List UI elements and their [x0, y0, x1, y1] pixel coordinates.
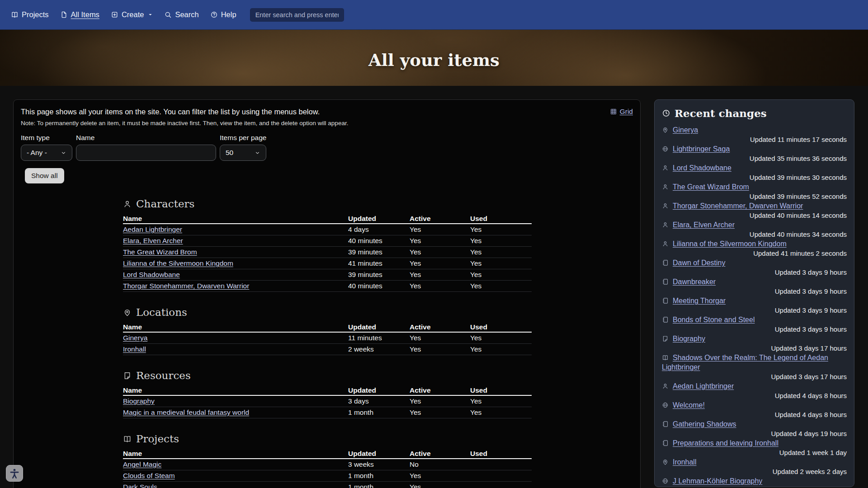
items-per-page-select[interactable]: 50 — [220, 145, 266, 161]
used-cell: Yes — [470, 408, 532, 417]
items-table: NameUpdatedActiveUsedGinerya11 minutesYe… — [123, 323, 532, 355]
nav-item-create[interactable]: Create — [111, 10, 153, 19]
recent-change-name: Shadows Over the Realm: The Legend of Ae… — [662, 353, 847, 372]
item-link[interactable]: Ironhall — [123, 345, 146, 353]
recent-change-updated: Updated 3 days 9 hours — [662, 305, 847, 315]
item-link[interactable]: Lilianna of the Silvermoon Kingdom — [123, 259, 233, 267]
page-description: This page shows all your items on the si… — [21, 108, 320, 116]
item-link[interactable]: Elara, Elven Archer — [123, 237, 183, 244]
recent-change-updated: Updated 39 minutes 52 seconds — [662, 192, 847, 201]
recent-change-link[interactable]: Lord Shadowbane — [673, 164, 731, 172]
section-title: Resources — [136, 370, 191, 381]
globe-icon — [662, 145, 669, 152]
column-header: Used — [470, 323, 532, 331]
recent-change-updated: Updated 3 days 9 hours — [662, 324, 847, 334]
item-type-label: Item type — [21, 134, 72, 142]
recent-change-link[interactable]: Meeting Thorgar — [673, 297, 726, 305]
person-icon — [662, 183, 669, 190]
item-name-cell: Thorgar Stonehammer, Dwarven Warrior — [123, 282, 348, 290]
item-link[interactable]: Angel Magic — [123, 460, 161, 468]
recent-change-item: Shadows Over the Realm: The Legend of Ae… — [662, 353, 847, 381]
recent-change-name: Biography — [662, 334, 847, 343]
used-cell: Yes — [470, 397, 532, 405]
recent-change-name: J Lehman-Köhler Biography — [662, 476, 847, 486]
item-link[interactable]: Thorgar Stonehammer, Dwarven Warrior — [123, 282, 249, 290]
recent-change-link[interactable]: Shadows Over the Realm: The Legend of Ae… — [662, 354, 828, 371]
table-header-row: NameUpdatedActiveUsed — [123, 214, 532, 224]
active-cell: Yes — [410, 282, 470, 290]
person-icon — [662, 240, 669, 247]
active-cell: Yes — [410, 237, 470, 245]
updated-cell: 40 minutes — [348, 237, 410, 245]
search-input[interactable] — [250, 8, 344, 22]
recent-change-updated: Updated 40 minutes 14 seconds — [662, 211, 847, 220]
recent-change-link[interactable]: Preparations and leaving Ironhall — [673, 439, 778, 447]
recent-change-link[interactable]: Welcome! — [673, 401, 705, 409]
recent-change-link[interactable]: Lilianna of the Silvermoon Kingdom — [673, 240, 787, 248]
recent-change-link[interactable]: Thorgar Stonehammer, Dwarven Warrior — [673, 202, 803, 210]
recent-change-item: IronhallUpdated 2 weeks 2 days — [662, 457, 847, 476]
recent-change-link[interactable]: Dawnbreaker — [673, 278, 716, 286]
item-type-select[interactable]: - Any - — [21, 145, 72, 161]
globe-icon — [662, 402, 669, 408]
recent-change-link[interactable]: Aedan Lightbringer — [673, 382, 734, 390]
recent-change-name: Lilianna of the Silvermoon Kingdom — [662, 239, 847, 249]
show-all-button[interactable]: Show all — [25, 168, 64, 183]
person-icon — [123, 200, 132, 208]
recent-change-item: Aedan LightbringerUpdated 4 days 8 hours — [662, 381, 847, 400]
nav-item-projects[interactable]: Projects — [11, 10, 49, 19]
recent-change-link[interactable]: Gathering Shadows — [673, 420, 736, 428]
recent-change-updated: Updated 2 weeks 2 days — [662, 467, 847, 476]
recent-change-name: Gathering Shadows — [662, 419, 847, 429]
recent-change-link[interactable]: Elara, Elven Archer — [673, 221, 735, 229]
recent-change-link[interactable]: Biography — [673, 335, 705, 343]
nav-item-label: Projects — [22, 10, 49, 19]
column-header: Name — [123, 386, 348, 394]
accessibility-button[interactable] — [6, 465, 23, 482]
item-link[interactable]: Aedan Lightbringer — [123, 225, 182, 233]
used-cell: Yes — [470, 271, 532, 279]
book-icon — [123, 435, 132, 443]
column-header: Used — [470, 450, 532, 458]
recent-change-name: Ironhall — [662, 457, 847, 467]
nav-item-all-items[interactable]: All Items — [60, 10, 99, 19]
active-cell: Yes — [410, 259, 470, 267]
item-link[interactable]: Biography — [123, 397, 155, 405]
recent-change-name: Lord Shadowbane — [662, 163, 847, 173]
top-navbar: ProjectsAll ItemsCreateSearchHelp — [0, 0, 868, 30]
recent-change-link[interactable]: Ginerya — [673, 126, 698, 134]
item-sections: CharactersNameUpdatedActiveUsedAedan Lig… — [123, 197, 532, 488]
used-cell: Yes — [470, 248, 532, 256]
name-filter-input[interactable] — [76, 145, 216, 161]
nav-item-search[interactable]: Search — [164, 10, 198, 19]
journal-icon — [662, 316, 669, 323]
column-header: Active — [410, 386, 470, 394]
recent-change-updated: Updated 3 days 9 hours — [662, 267, 847, 277]
item-link[interactable]: The Great Wizard Brom — [123, 248, 197, 256]
recent-change-link[interactable]: Ironhall — [673, 458, 696, 466]
item-link[interactable]: Clouds of Steam — [123, 472, 175, 479]
item-link[interactable]: Lord Shadowbane — [123, 271, 180, 278]
recent-change-link[interactable]: The Great Wizard Brom — [673, 183, 749, 191]
nav-item-label: All Items — [71, 10, 99, 19]
item-name-cell: The Great Wizard Brom — [123, 248, 348, 256]
item-link[interactable]: Magic in a medieval feudal fantasy world — [123, 408, 249, 416]
item-link[interactable]: Ginerya — [123, 334, 147, 342]
recent-change-link[interactable]: Dawn of Destiny — [673, 259, 726, 267]
recent-change-link[interactable]: Bonds of Stone and Steel — [673, 316, 755, 324]
recent-change-item: Dawn of DestinyUpdated 3 days 9 hours — [662, 258, 847, 277]
recent-change-link[interactable]: J Lehman-Köhler Biography — [673, 477, 762, 485]
nav-item-help[interactable]: Help — [210, 10, 236, 19]
item-link[interactable]: Dark Souls — [123, 483, 157, 488]
map-pin-icon — [662, 127, 669, 133]
recent-change-name: The Great Wizard Brom — [662, 182, 847, 192]
grid-view-link[interactable]: Grid — [610, 108, 633, 116]
active-cell: Yes — [410, 225, 470, 234]
section-title: Projects — [136, 433, 179, 445]
item-name-cell: Magic in a medieval feudal fantasy world — [123, 408, 348, 417]
column-header: Name — [123, 450, 348, 458]
section-heading-resources: Resources — [123, 369, 532, 382]
recent-change-link[interactable]: Lightbringer Saga — [673, 145, 730, 153]
updated-cell: 2 weeks — [348, 345, 410, 353]
item-type-filter: Item type - Any - — [21, 134, 72, 161]
